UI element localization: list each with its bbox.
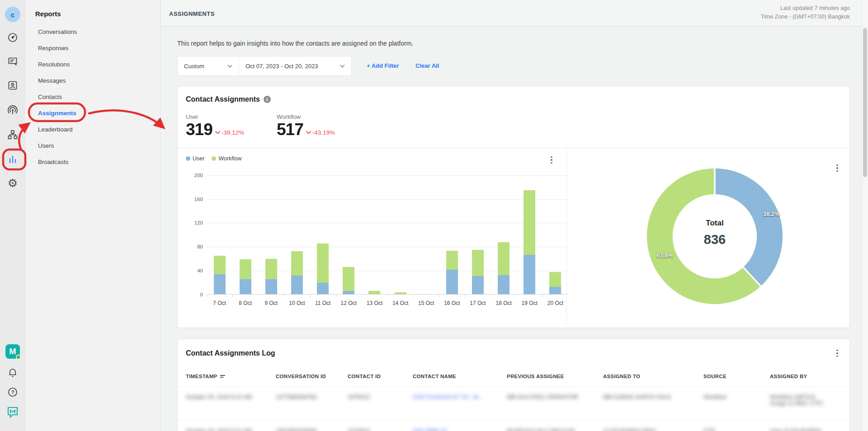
axis-tick-mark: [310, 295, 311, 297]
gridline: [207, 223, 568, 223]
bar-segment-user: [291, 276, 303, 294]
bar-18-oct[interactable]: [498, 242, 509, 294]
add-filter-button[interactable]: + Add Filter: [367, 62, 399, 69]
axis-tick-mark: [491, 295, 491, 297]
sidebar-item-broadcasts[interactable]: Broadcasts: [25, 154, 160, 170]
stat-workflow: Workflow 517 -43.19%: [277, 113, 335, 139]
donut-chart: Total 836 38.2% 61.8%: [644, 165, 786, 307]
table-row: October 20, 2023 9:22 AM1477685294783247…: [178, 386, 849, 413]
app-logo: [0, 406, 25, 418]
x-axis-tick: 16 Oct: [439, 300, 465, 306]
sidebar-item-users[interactable]: Users: [25, 138, 160, 154]
x-axis-tick: 7 Oct: [207, 300, 232, 306]
report-description: This report helps to gain insights into …: [177, 40, 413, 47]
sidebar-item-conversations[interactable]: Conversations: [25, 24, 160, 40]
bar-segment-user: [265, 279, 277, 294]
log-menu-icon[interactable]: [833, 350, 841, 357]
column-label: ASSIGNED TO: [603, 374, 640, 379]
bar-segment-workflow: [524, 190, 535, 255]
cell-contact-name[interactable]: CGCT1123A23 AT TG - M...: [413, 387, 507, 407]
bar-10-oct[interactable]: [291, 251, 303, 294]
legend-label: Workflow: [218, 155, 241, 162]
icon-rail: c ⚙ M ?: [0, 0, 25, 431]
stat-label: Workflow: [277, 113, 335, 120]
legend-item-user[interactable]: User: [186, 155, 204, 162]
bar-chart-menu-icon[interactable]: [547, 156, 556, 164]
range-type-value: Custom: [184, 63, 204, 70]
date-range-value: Oct 07, 2023 - Oct 20, 2023: [245, 63, 318, 70]
donut-chart-panel: Total 836 38.2% 61.8%: [566, 148, 849, 325]
sidebar-item-assignments[interactable]: Assignments: [25, 105, 160, 122]
scrollbar[interactable]: [862, 0, 868, 431]
sort-icon[interactable]: [220, 375, 225, 378]
dashboard-icon[interactable]: [0, 32, 25, 43]
sidebar-item-resolutions[interactable]: Resolutions: [25, 56, 160, 73]
donut-chart-menu-icon[interactable]: [833, 164, 841, 172]
cell-conversation-id: 1657893429595: [276, 421, 348, 431]
bar-14-oct[interactable]: [395, 292, 406, 294]
stat-label: User: [186, 113, 244, 120]
gridline: [207, 271, 568, 271]
column-header-conversation-id: CONVERSATION ID: [276, 374, 348, 379]
workspace-avatar[interactable]: M: [0, 344, 25, 359]
bar-12-oct[interactable]: [343, 267, 354, 294]
date-range-select[interactable]: Oct 07, 2023 - Oct 20, 2023: [239, 56, 351, 75]
sidebar-item-contacts[interactable]: Contacts: [25, 89, 160, 105]
sidebar-item-responses[interactable]: Responses: [25, 40, 160, 56]
bar-17-oct[interactable]: [472, 250, 484, 294]
cell-contact-name[interactable]: AVD SMM JA: [413, 421, 507, 431]
chevron-down-icon: [340, 65, 345, 68]
range-type-select[interactable]: Custom: [178, 56, 239, 75]
settings-icon[interactable]: ⚙: [0, 178, 25, 189]
bar-19-oct[interactable]: [524, 190, 535, 294]
info-icon[interactable]: i: [264, 96, 271, 103]
bar-7-oct[interactable]: [214, 256, 226, 294]
contact-assignments-card: Contact Assignments i User 319 -39.12% W…: [177, 86, 850, 328]
bar-segment-workflow: [549, 272, 561, 287]
bar-8-oct[interactable]: [240, 259, 251, 294]
cell-assigned-to: 22 PH.BURIN2 ERIA: [603, 421, 703, 431]
date-filter-bar: Custom Oct 07, 2023 - Oct 20, 2023: [177, 56, 352, 76]
chevron-down-icon: [227, 65, 232, 68]
sidebar-item-leaderboard[interactable]: Leaderboard: [25, 122, 160, 138]
column-header-timestamp[interactable]: TIMESTAMP: [186, 374, 276, 379]
gridline: [207, 199, 568, 200]
stat-delta: -39.12%: [215, 129, 244, 139]
help-icon[interactable]: ?: [0, 387, 25, 398]
donut-pct-user: 38.2%: [763, 211, 780, 217]
user-avatar[interactable]: c: [0, 7, 25, 22]
bar-9-oct[interactable]: [265, 259, 277, 294]
page-content: This report helps to gain insights into …: [161, 27, 862, 431]
cell-assigned-to: MB-CHENG SARITA SALE: [603, 387, 703, 407]
cell-previous-assignee: MLMFG4.0-04-2 SRO.KAE: [507, 421, 603, 431]
legend-item-workflow[interactable]: Workflow: [212, 155, 241, 162]
bar-20-oct[interactable]: [549, 272, 561, 294]
topbar-meta: Last updated 7 minutes ago Time Zone - (…: [761, 4, 850, 21]
broadcast-icon[interactable]: [0, 105, 25, 117]
reports-icon[interactable]: [0, 154, 25, 165]
column-label: PREVIOUS ASSIGNEE: [507, 374, 564, 379]
bar-11-oct[interactable]: [317, 244, 329, 294]
clear-all-button[interactable]: Clear All: [415, 62, 439, 69]
contacts-icon[interactable]: [0, 80, 25, 91]
cell-conversation-id: 1477685294783: [276, 387, 348, 407]
inbox-icon[interactable]: [0, 56, 25, 66]
x-axis-tick: 18 Oct: [491, 300, 517, 306]
column-label: CONTACT ID: [348, 374, 381, 379]
bar-13-oct[interactable]: [368, 291, 380, 294]
scrollbar-thumb[interactable]: [863, 28, 867, 177]
table-header-row: TIMESTAMPCONVERSATION IDCONTACT IDCONTAC…: [178, 374, 849, 379]
page-topbar: ASSIGNMENTS Last updated 7 minutes ago T…: [161, 0, 862, 27]
legend-label: User: [193, 155, 204, 162]
bar-16-oct[interactable]: [446, 250, 458, 294]
bar-segment-user: [472, 276, 484, 294]
notifications-icon[interactable]: [0, 367, 25, 378]
workflows-icon[interactable]: [0, 129, 25, 141]
axis-tick-mark: [517, 295, 517, 297]
sidebar-item-messages[interactable]: Messages: [25, 73, 160, 89]
x-axis-tick: 10 Oct: [284, 300, 310, 306]
bar-segment-workflow: [395, 292, 406, 294]
bar-segment-workflow: [446, 251, 458, 270]
axis-tick-mark: [542, 295, 543, 297]
legend-dot: [212, 156, 216, 161]
